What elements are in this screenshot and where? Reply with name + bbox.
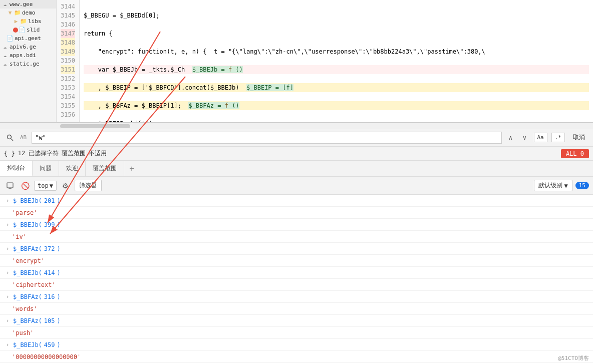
- file-tree-item[interactable]: ☁ apiv6.ge: [0, 43, 56, 51]
- bracket-text: { }: [4, 150, 15, 157]
- console-output[interactable]: › $_BBEJb(201) 'parse' › $_BBEJb(399) 'i…: [0, 195, 593, 364]
- tab-console[interactable]: 控制台: [0, 161, 33, 176]
- list-item[interactable]: › $_BBFAz(105): [0, 315, 593, 327]
- cloud-icon: ☁: [2, 61, 8, 67]
- file-tree-item[interactable]: ☁ apps.bdi: [0, 51, 56, 60]
- settings-button[interactable]: ⚙: [60, 180, 72, 192]
- cloud-icon: ☁: [2, 44, 8, 50]
- status-bar: { } 12 已选择字符 覆盖范围 不适用 ALL 0: [0, 147, 593, 161]
- regex-button[interactable]: .*: [551, 133, 565, 142]
- search-input[interactable]: [32, 132, 501, 144]
- level-dropdown[interactable]: 默认级别 ▼: [534, 180, 572, 191]
- file-icon: 📄: [19, 27, 25, 33]
- list-item[interactable]: 'words': [0, 303, 593, 315]
- tabs-bar: 控制台 问题 欢迎 覆盖范围 +: [0, 161, 593, 177]
- filter-button[interactable]: 筛选器: [75, 180, 102, 191]
- scope-text: 覆盖范围: [62, 149, 86, 158]
- file-tree-item[interactable]: ▶ 📁 libs: [0, 17, 56, 26]
- level-dropdown-arrow: ▼: [564, 182, 568, 189]
- scrollbar-thumb[interactable]: [60, 124, 130, 128]
- line-numbers: 3144 3145 3146 3147 3148 3149 3150 3151 …: [57, 0, 80, 122]
- svg-line-1: [11, 139, 13, 141]
- list-item[interactable]: › $_BBFAz(372): [0, 243, 593, 255]
- breakpoint-indicator: [13, 28, 18, 33]
- tab-add-button[interactable]: +: [124, 161, 139, 176]
- code-editor: ☁ www.gee ▼ 📁 demo ▶ 📁 libs 📄 slid 📄 api…: [0, 0, 593, 123]
- list-item[interactable]: › $_BBFAz(316): [0, 291, 593, 303]
- attribution: @51CTO博客: [558, 354, 589, 362]
- list-item[interactable]: 'push': [0, 327, 593, 339]
- list-item[interactable]: 'encrypt': [0, 255, 593, 267]
- not-applicable-text: 不适用: [89, 149, 107, 158]
- tab-welcome[interactable]: 欢迎: [59, 161, 86, 176]
- list-item[interactable]: › $_BBEJb(399): [0, 219, 593, 231]
- list-item[interactable]: '00000000000000000': [0, 351, 593, 363]
- expand-arrow: ›: [6, 222, 9, 227]
- folder-icon: 📁: [21, 19, 27, 25]
- list-item[interactable]: › $_BBEJb(201): [0, 195, 593, 207]
- error-badge: ALL 0: [561, 149, 589, 158]
- issue-count-badge: 15: [575, 182, 589, 189]
- expand-arrow: ›: [6, 294, 9, 299]
- search-icon: [4, 132, 16, 144]
- search-prev-button[interactable]: ∧: [506, 133, 516, 143]
- list-item[interactable]: 'ciphertext': [0, 279, 593, 291]
- file-tree: ☁ www.gee ▼ 📁 demo ▶ 📁 libs 📄 slid 📄 api…: [0, 0, 57, 122]
- folder-icon: ▼: [7, 10, 13, 16]
- file-icon: 📄: [7, 36, 13, 42]
- code-area: 3144 3145 3146 3147 3148 3149 3150 3151 …: [57, 0, 593, 122]
- file-tree-item[interactable]: ▼ 📁 demo: [0, 9, 56, 17]
- expand-arrow: ›: [6, 342, 9, 347]
- expand-arrow: ›: [6, 270, 9, 275]
- svg-point-0: [8, 135, 12, 139]
- list-item[interactable]: › $_BBEJb(459): [0, 339, 593, 351]
- code-content[interactable]: $_BBEGU = $_BBEDd[0]; return { "encrypt"…: [80, 0, 593, 122]
- svg-rect-2: [7, 183, 13, 188]
- new-console-button[interactable]: [4, 180, 16, 192]
- folder-icon: ▶: [13, 19, 19, 25]
- expand-arrow: ›: [6, 318, 9, 323]
- list-item[interactable]: › $_BBEJb(414): [0, 267, 593, 279]
- expand-arrow: ›: [6, 198, 9, 203]
- console-toolbar: 🚫 top ▼ ⚙ 筛选器 默认级别 ▼ 15: [0, 177, 593, 195]
- folder-icon: 📁: [15, 10, 21, 16]
- file-tree-item[interactable]: 📄 slid: [0, 26, 56, 34]
- search-next-button[interactable]: ∨: [520, 133, 530, 143]
- file-tree-item[interactable]: 📄 api.geet: [0, 34, 56, 43]
- file-tree-item[interactable]: ☁ www.gee: [0, 0, 56, 9]
- tab-coverage[interactable]: 覆盖范围: [86, 161, 124, 176]
- context-dropdown[interactable]: top ▼: [34, 181, 57, 191]
- match-count-text: 12 已选择字符: [18, 149, 59, 158]
- list-item[interactable]: 'parse': [0, 207, 593, 219]
- cloud-icon: ☁: [2, 2, 8, 8]
- match-case-button[interactable]: Aa: [534, 133, 547, 142]
- ab-label: AB: [20, 134, 27, 141]
- expand-arrow: ›: [6, 246, 9, 251]
- list-item[interactable]: 'iv': [0, 231, 593, 243]
- cloud-icon: ☁: [2, 53, 8, 59]
- dropdown-arrow-icon: ▼: [50, 182, 53, 189]
- tab-issues[interactable]: 问题: [33, 161, 59, 176]
- file-tree-item[interactable]: ☁ static.ge: [0, 60, 56, 68]
- search-bar: AB ∧ ∨ Aa .* 取消: [0, 129, 593, 147]
- horizontal-scrollbar[interactable]: [0, 123, 593, 129]
- clear-console-button[interactable]: 🚫: [19, 180, 31, 192]
- search-cancel-button[interactable]: 取消: [569, 132, 589, 143]
